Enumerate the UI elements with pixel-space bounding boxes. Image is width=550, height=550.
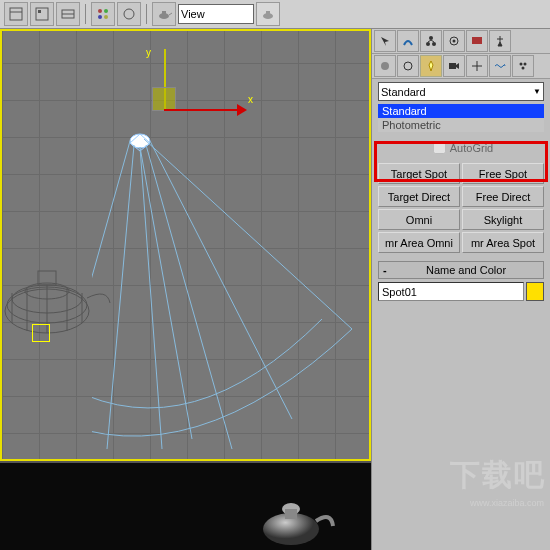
helpers-icon[interactable] [466, 55, 488, 77]
svg-point-42 [381, 62, 389, 70]
svg-line-19 [146, 145, 232, 449]
svg-point-37 [426, 42, 430, 46]
utilities-icon[interactable] [489, 30, 511, 52]
toolbar-icon-4[interactable] [91, 2, 115, 26]
svg-line-17 [107, 145, 134, 449]
watermark-url: www.xiazaiba.com [470, 498, 544, 508]
sphere-icon[interactable] [374, 55, 396, 77]
svg-rect-35 [285, 509, 297, 519]
svg-rect-14 [266, 11, 270, 14]
target-icon[interactable] [32, 324, 50, 342]
cameras-icon[interactable] [443, 55, 465, 77]
svg-rect-27 [38, 271, 56, 285]
svg-rect-3 [38, 10, 41, 13]
motion-icon[interactable] [443, 30, 465, 52]
rollout-title: Name and Color [393, 264, 539, 276]
arrow-icon[interactable] [374, 30, 396, 52]
svg-line-16 [92, 141, 130, 419]
rollout-collapse-icon: - [383, 264, 393, 276]
svg-rect-2 [36, 8, 48, 20]
shapes-icon[interactable] [397, 55, 419, 77]
svg-point-40 [453, 40, 456, 43]
spacewarps-icon[interactable] [489, 55, 511, 77]
spotlight-cone [92, 129, 352, 449]
chevron-down-icon: ▼ [533, 87, 541, 96]
skylight-button[interactable]: Skylight [462, 209, 544, 230]
svg-point-26 [25, 283, 69, 299]
svg-point-38 [432, 42, 436, 46]
toolbar-icon-1[interactable] [4, 2, 28, 26]
svg-point-47 [522, 67, 525, 70]
systems-icon[interactable] [512, 55, 534, 77]
svg-point-8 [98, 15, 102, 19]
panel-tab-row-2 [372, 54, 550, 79]
render-teapot-icon[interactable] [256, 2, 280, 26]
svg-point-45 [520, 63, 523, 66]
rendered-teapot [251, 491, 341, 546]
dropdown-value: Standard [381, 86, 426, 98]
svg-rect-12 [162, 11, 166, 14]
svg-rect-0 [10, 8, 22, 20]
watermark-text: 下载吧 [450, 455, 546, 496]
svg-point-9 [104, 15, 108, 19]
svg-line-22 [140, 147, 192, 439]
svg-line-20 [150, 141, 292, 419]
svg-point-25 [12, 285, 82, 313]
svg-point-36 [429, 36, 433, 40]
display-icon[interactable] [466, 30, 488, 52]
hierarchy-icon[interactable] [420, 30, 442, 52]
panel-tab-row-1 [372, 29, 550, 54]
object-name-input[interactable] [378, 282, 524, 301]
command-panel: Standard ▼ Standard Photometric AutoGrid… [371, 29, 550, 550]
svg-point-15 [130, 134, 150, 148]
svg-rect-41 [472, 37, 482, 44]
lights-icon[interactable] [420, 55, 442, 77]
svg-point-7 [104, 9, 108, 13]
teapot-icon[interactable] [152, 2, 176, 26]
viewport-perspective[interactable] [0, 461, 371, 550]
name-color-rollout[interactable]: - Name and Color [378, 261, 544, 279]
light-type-dropdown[interactable]: Standard ▼ [378, 82, 544, 101]
toolbar-icon-5[interactable] [117, 2, 141, 26]
top-toolbar [0, 0, 550, 29]
view-dropdown[interactable] [178, 4, 254, 24]
mr-area-spot-button[interactable]: mr Area Spot [462, 232, 544, 253]
gizmo[interactable]: x y [152, 49, 252, 129]
svg-point-10 [124, 9, 134, 19]
omni-button[interactable]: Omni [378, 209, 460, 230]
svg-point-24 [7, 287, 87, 323]
mr-area-omni-button[interactable]: mr Area Omni [378, 232, 460, 253]
svg-rect-44 [449, 63, 456, 69]
toolbar-icon-2[interactable] [30, 2, 54, 26]
svg-point-46 [524, 63, 527, 66]
svg-line-18 [140, 147, 162, 449]
target-direct-button[interactable]: Target Direct [378, 186, 460, 207]
viewport-top[interactable]: x y [0, 29, 371, 461]
color-swatch[interactable] [526, 282, 544, 301]
highlight-box [374, 141, 548, 182]
axis-y-label: y [146, 47, 151, 58]
svg-point-6 [98, 9, 102, 13]
teapot-wireframe [2, 263, 112, 338]
svg-line-21 [144, 139, 352, 329]
svg-point-43 [404, 62, 412, 70]
dropdown-option-photometric[interactable]: Photometric [378, 118, 544, 132]
dropdown-option-standard[interactable]: Standard [378, 104, 544, 118]
arc-icon[interactable] [397, 30, 419, 52]
axis-x-label: x [248, 94, 253, 105]
free-direct-button[interactable]: Free Direct [462, 186, 544, 207]
toolbar-icon-3[interactable] [56, 2, 80, 26]
